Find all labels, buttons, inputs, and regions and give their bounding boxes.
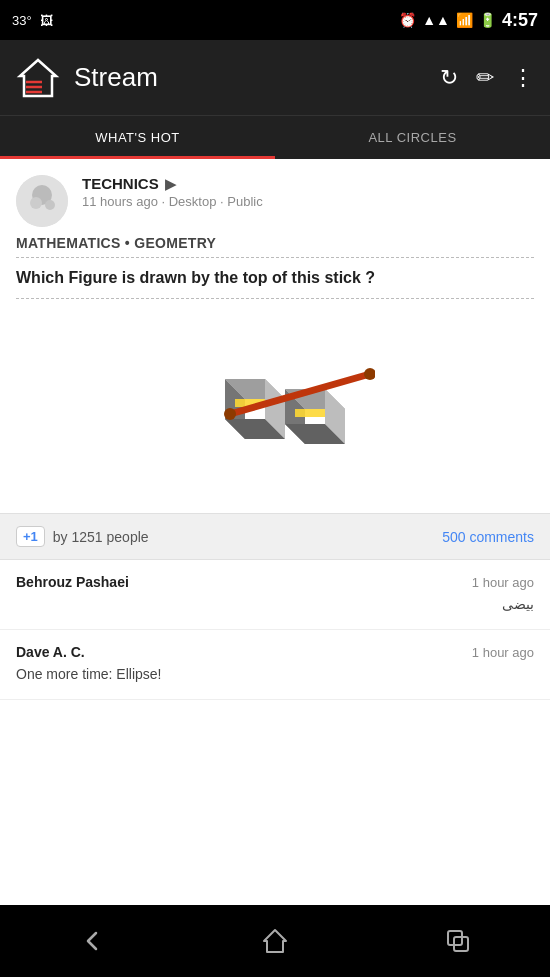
app-bar-actions: ↻ ✏ ⋮ xyxy=(440,65,534,91)
post-timestamp: 11 hours ago · Desktop · Public xyxy=(82,194,534,209)
play-icon: ▶ xyxy=(165,176,176,192)
post-meta: TECHNICS ▶ 11 hours ago · Desktop · Publ… xyxy=(82,175,534,209)
comment-header: Dave A. C. 1 hour ago xyxy=(16,644,534,660)
post-body: MATHEMATICS • GEOMETRY Which Figure is d… xyxy=(0,235,550,313)
reactions-bar: +1 by 1251 people 500 comments xyxy=(0,513,550,560)
svg-point-19 xyxy=(224,408,236,420)
post-image xyxy=(175,329,375,489)
tab-whats-hot[interactable]: WHAT'S HOT xyxy=(0,116,275,159)
app-bar: Stream ↻ ✏ ⋮ xyxy=(0,40,550,115)
status-bar: 33° 🖼 ⏰ ▲▲ 📶 🔋 4:57 xyxy=(0,0,550,40)
app-logo[interactable] xyxy=(16,56,60,100)
comment-row: Behrouz Pashaei 1 hour ago بيضى xyxy=(0,560,550,630)
more-options-button[interactable]: ⋮ xyxy=(512,65,534,91)
clock-icon: ⏰ xyxy=(399,12,416,28)
refresh-button[interactable]: ↻ xyxy=(440,65,458,91)
app-title: Stream xyxy=(74,62,440,93)
image-icon: 🖼 xyxy=(40,13,53,28)
comment-text: One more time: Ellipse! xyxy=(16,664,534,685)
status-bar-right: ⏰ ▲▲ 📶 🔋 4:57 xyxy=(399,10,538,31)
comments-link[interactable]: 500 comments xyxy=(442,529,534,545)
recent-apps-button[interactable] xyxy=(428,921,488,961)
svg-rect-17 xyxy=(295,409,325,417)
comment-row: Dave A. C. 1 hour ago One more time: Ell… xyxy=(0,630,550,700)
post-header: TECHNICS ▶ 11 hours ago · Desktop · Publ… xyxy=(0,159,550,235)
plus-one-badge[interactable]: +1 xyxy=(16,526,45,547)
back-button[interactable] xyxy=(62,921,122,961)
comment-author: Behrouz Pashaei xyxy=(16,574,129,590)
home-button[interactable] xyxy=(245,921,305,961)
svg-marker-0 xyxy=(20,60,56,96)
plus-one-section: +1 by 1251 people xyxy=(16,526,149,547)
compose-button[interactable]: ✏ xyxy=(476,65,494,91)
comment-header: Behrouz Pashaei 1 hour ago xyxy=(16,574,534,590)
tab-all-circles[interactable]: ALL CIRCLES xyxy=(275,116,550,159)
comment-time: 1 hour ago xyxy=(472,645,534,660)
post-image-container xyxy=(0,313,550,513)
avatar xyxy=(16,175,68,227)
wifi-icon: ▲▲ xyxy=(422,12,450,28)
post: TECHNICS ▶ 11 hours ago · Desktop · Publ… xyxy=(0,159,550,700)
post-divider-top xyxy=(16,257,534,258)
svg-marker-21 xyxy=(264,930,286,952)
post-question: Which Figure is drawn by the top of this… xyxy=(16,266,534,290)
post-author: TECHNICS ▶ xyxy=(82,175,534,192)
comment-author: Dave A. C. xyxy=(16,644,85,660)
svg-point-6 xyxy=(30,197,42,209)
svg-point-7 xyxy=(45,200,55,210)
reactions-count: by 1251 people xyxy=(53,529,149,545)
comment-time: 1 hour ago xyxy=(472,575,534,590)
bottom-nav xyxy=(0,905,550,977)
content-area: TECHNICS ▶ 11 hours ago · Desktop · Publ… xyxy=(0,159,550,905)
time-display: 4:57 xyxy=(502,10,538,31)
temperature: 33° xyxy=(12,13,32,28)
tabs: WHAT'S HOT ALL CIRCLES xyxy=(0,115,550,159)
post-category: MATHEMATICS • GEOMETRY xyxy=(16,235,534,251)
status-bar-left: 33° 🖼 xyxy=(12,13,53,28)
comment-text: بيضى xyxy=(16,594,534,615)
signal-icon: 📶 xyxy=(456,12,473,28)
post-divider-bottom xyxy=(16,298,534,299)
battery-icon: 🔋 xyxy=(479,12,496,28)
